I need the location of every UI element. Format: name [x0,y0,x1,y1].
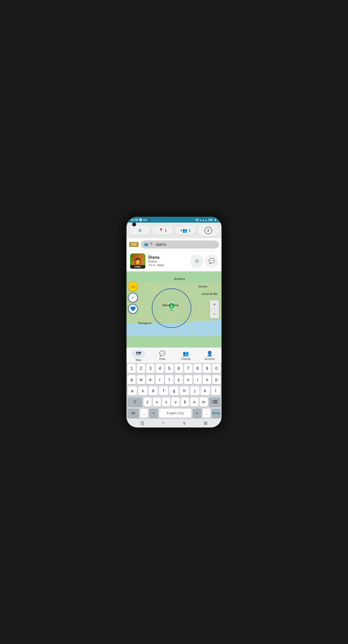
key-c[interactable]: c [162,397,170,407]
locate-user-button[interactable]: ⊙ [191,255,203,267]
status-battery-icon: 🔋 [214,219,217,221]
key-v[interactable]: v [171,397,180,407]
backspace-key[interactable]: ⌫ [209,397,220,407]
navigation-bar: 🗺 Map 💬 Chat 👥 Friends 👤 Account [126,347,222,363]
search-input-wrap[interactable]: 👥 📍 opera [141,240,219,249]
key-m[interactable]: m [200,397,208,407]
key-i[interactable]: i [194,375,202,384]
nav-item-friends[interactable]: 👥 Friends [174,350,198,360]
key-0[interactable]: 0 [212,364,220,373]
key-a[interactable]: a [128,386,137,395]
key-f[interactable]: f [159,386,168,395]
nav-item-account[interactable]: 👤 Account [198,350,222,360]
top-toolbar: ⊙ 📍 1 +👥 1 2 [126,223,222,238]
location-count: 1 [165,228,167,233]
keyboard-row-qwerty: q w e r t y u i o p [126,374,222,385]
search-bar-row: TOP 👥 📍 opera [126,238,222,251]
location-search-icon: 📍 [149,242,153,246]
key-6[interactable]: 6 [175,364,183,373]
key-4[interactable]: 4 [156,364,164,373]
scan-icon: ⊙ [138,228,141,233]
key-q[interactable]: q [128,375,136,384]
account-nav-icon: 👤 [207,350,213,357]
add-user-count: 1 [189,228,191,233]
sym-key[interactable]: !#1 [128,409,139,418]
notif-circle: 2 [204,227,212,234]
top-badge: TOP [129,242,139,247]
map-nav-label: Map [136,358,141,361]
key-p[interactable]: p [212,375,220,384]
key-d[interactable]: d [149,386,158,395]
add-friend-button[interactable]: +👥 1 [175,226,196,235]
key-k[interactable]: k [201,386,210,395]
key-z[interactable]: z [144,397,152,407]
key-w[interactable]: w [137,375,145,384]
key-s[interactable]: s [138,386,147,395]
key-g[interactable]: g [169,386,179,395]
key-e[interactable]: e [146,375,154,384]
status-5g: 5G [196,219,199,221]
key-7[interactable]: 7 [184,364,192,373]
period-key[interactable]: . [203,409,210,418]
map-zoom-controls: + − [210,300,219,318]
comma-key[interactable]: , [140,409,148,418]
keyboard-row-numbers: 1 2 3 4 5 6 7 8 9 0 [126,363,222,374]
search-icons: 👥 📍 [144,242,153,246]
key-n[interactable]: n [190,397,198,407]
chat-user-button[interactable]: 💬 [205,255,218,267]
keyboard: 1 2 3 4 5 6 7 8 9 0 q w e r t y u i [126,363,222,419]
key-y[interactable]: y [175,375,183,384]
map-area[interactable]: Andorra Girona Lloret de Mar Barcelona T… [126,271,222,347]
key-5[interactable]: 5 [165,364,173,373]
lang-next-key[interactable]: > [193,409,201,418]
user-info: Diana Online 14 m. away [148,255,187,267]
status-location-icon: 📍 [192,219,195,221]
space-key[interactable]: English (US) [159,409,191,418]
key-r[interactable]: r [156,375,164,384]
status-bar: 12:58 🖼 wzz 📞 📍 5G ▲▲▲ 76% 🔋 [126,217,222,223]
verified-icon[interactable]: ✓ [128,293,138,302]
scan-button[interactable]: ⊙ [129,226,150,235]
status-signal-bars: ▲▲▲ [200,219,207,221]
location-pin-button[interactable]: 📍 1 [152,226,173,235]
key-t[interactable]: t [165,375,173,384]
keyboard-row-asdf: a s d f g h j k l [126,385,222,396]
nav-recent-button[interactable]: ∨ [183,420,186,426]
user-avatar-wrap: 👩 FREE [130,253,145,269]
keyboard-row-bottom: !#1 , < English (US) > . Done [126,408,222,419]
nav-keyboard-button[interactable]: ⊞ [204,420,208,426]
nav-home-button[interactable]: ○ [162,420,165,426]
key-o[interactable]: o [203,375,211,384]
key-2[interactable]: 2 [137,364,145,373]
key-3[interactable]: 3 [146,364,154,373]
key-h[interactable]: h [180,386,189,395]
done-key[interactable]: Done [212,409,220,418]
heart-icon[interactable]: 💙 [128,304,138,314]
chat-nav-icon: 💬 [159,350,165,357]
add-user-icon: +👥 [180,228,187,233]
phone-device: 12:58 🖼 wzz 📞 📍 5G ▲▲▲ 76% 🔋 ⊙ 📍 1 [124,215,224,430]
smiley-icon[interactable]: 😊 [128,282,138,291]
nav-item-map[interactable]: 🗺 Map [126,350,150,361]
key-l[interactable]: l [211,386,220,395]
key-b[interactable]: b [181,397,189,407]
key-u[interactable]: u [184,375,192,384]
zoom-in-button[interactable]: + [210,300,219,309]
status-photo-icon: 🖼 [139,218,142,221]
nav-item-chat[interactable]: 💬 Chat [150,350,174,360]
zoom-out-button[interactable]: − [210,309,219,318]
search-text: opera [155,242,166,247]
bottom-navigation: ||| ○ ∨ ⊞ [126,419,222,427]
key-8[interactable]: 8 [194,364,202,373]
nav-back-button[interactable]: ||| [140,420,144,426]
key-x[interactable]: x [153,397,161,407]
shift-key[interactable]: ⇧ [128,397,142,407]
key-9[interactable]: 9 [203,364,211,373]
account-nav-label: Account [204,357,215,360]
lang-prev-key[interactable]: < [149,409,158,418]
people-search-icon: 👥 [144,242,148,246]
key-1[interactable]: 1 [128,364,136,373]
key-j[interactable]: j [190,386,199,395]
status-waze-icon: wzz [143,219,147,221]
notifications-button[interactable]: 2 [198,225,219,236]
